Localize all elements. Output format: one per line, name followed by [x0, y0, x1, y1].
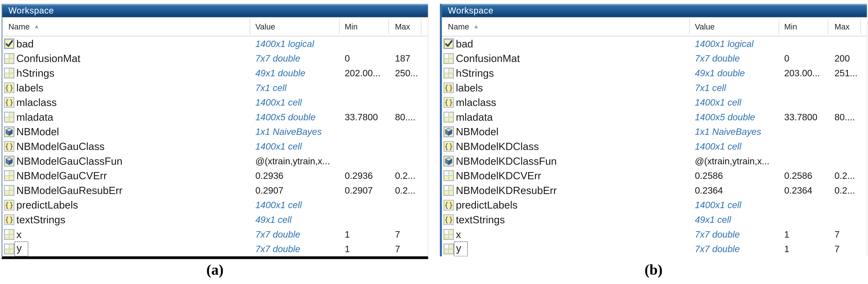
variable-value: 1400x1 cell — [695, 200, 741, 210]
workspace-variable-row[interactable]: NBModelKDResubErr0.23640.23640.2... — [442, 183, 867, 198]
column-header-row: Name▲ Value Min Max — [2, 17, 428, 36]
variable-name: NBModelGauCVErr — [17, 170, 107, 182]
workspace-variable-row[interactable]: NBModelKDCVErr0.25860.25860.2... — [442, 168, 867, 183]
object-cube-icon — [443, 155, 454, 167]
object-cube-icon — [4, 126, 14, 137]
variable-name: mlaclass — [456, 96, 496, 108]
variable-list: bad1400x1 logicalConfusionMat7x7 double0… — [2, 36, 428, 256]
workspace-variable-row[interactable]: x7x7 double17 — [2, 227, 428, 242]
object-cube-icon — [443, 126, 454, 137]
workspace-variable-row[interactable]: {}NBModelGauClass1400x1 cell — [2, 139, 428, 154]
variable-max: 0.2... — [835, 185, 855, 196]
workspace-variable-row[interactable]: hStrings49x1 double202.00...250... — [2, 66, 428, 80]
variable-max: 0.2... — [395, 170, 415, 181]
variable-min: 202.00... — [345, 68, 380, 78]
workspace-variable-row[interactable]: mladata1400x5 double33.780080.... — [2, 110, 428, 125]
workspace-variable-row[interactable]: NBModel1x1 NaiveBayes — [442, 125, 867, 139]
workspace-variable-row[interactable]: NBModelKDClassFun@(xtrain,ytrain,x... — [442, 154, 867, 169]
column-divider[interactable] — [861, 19, 861, 34]
figure-caption-b: (b) — [440, 261, 867, 278]
workspace-panel-a: Workspace Name▲ Value Min Max bad1400x1 … — [2, 4, 428, 259]
cell-array-icon: {} — [443, 214, 454, 225]
workspace-variable-row[interactable]: y7x7 double17 — [2, 242, 428, 256]
object-cube-icon — [4, 155, 14, 167]
variable-value: 1400x1 cell — [255, 97, 302, 108]
workspace-variable-row[interactable]: {}NBModelKDClass1400x1 cell — [442, 139, 867, 154]
workspace-variable-row[interactable]: {}labels7x1 cell — [2, 80, 428, 95]
workspace-variable-row[interactable]: {}mlaclass1400x1 cell — [2, 95, 428, 110]
column-divider[interactable] — [250, 19, 250, 34]
variable-name: NBModelKDCVErr — [456, 170, 541, 182]
column-header-row: Name▲ Value Min Max — [442, 17, 867, 36]
matrix-icon — [443, 228, 454, 240]
variable-value: 49x1 double — [255, 68, 305, 78]
variable-name: NBModel — [17, 126, 59, 138]
workspace-variable-row[interactable]: {}predictLabels1400x1 cell — [2, 198, 428, 213]
svg-text:{}: {} — [5, 84, 14, 92]
variable-value: 0.2936 — [255, 170, 283, 181]
column-divider[interactable] — [389, 19, 389, 34]
cell-array-icon: {} — [4, 82, 14, 94]
workspace-variable-row[interactable]: {}textStrings49x1 cell — [442, 212, 867, 227]
column-divider[interactable] — [421, 19, 421, 34]
matrix-icon — [443, 243, 454, 254]
variable-value: 7x7 double — [255, 229, 300, 240]
workspace-variable-row[interactable]: {}mlaclass1400x1 cell — [442, 95, 867, 110]
column-header-max[interactable]: Max — [395, 22, 410, 31]
variable-max: 200 — [835, 53, 850, 64]
column-divider[interactable] — [339, 19, 340, 34]
variable-value: 49x1 double — [695, 68, 745, 78]
cell-array-icon: {} — [4, 96, 14, 108]
workspace-variable-row[interactable]: NBModelGauResubErr0.29070.29070.2... — [2, 183, 428, 198]
svg-text:{}: {} — [5, 142, 14, 150]
column-divider[interactable] — [779, 19, 779, 34]
variable-min: 0 — [345, 53, 350, 64]
variable-value: 1400x1 cell — [255, 141, 302, 152]
variable-value: 0.2586 — [695, 170, 723, 181]
workspace-variable-row[interactable]: {}textStrings49x1 cell — [2, 212, 428, 227]
workspace-variable-row[interactable]: {}labels7x1 cell — [442, 80, 867, 95]
workspace-variable-row[interactable]: bad1400x1 logical — [2, 36, 428, 51]
workspace-variable-row[interactable]: NBModel1x1 NaiveBayes — [2, 125, 428, 139]
workspace-variable-row[interactable]: {}predictLabels1400x1 cell — [442, 198, 867, 213]
column-header-name[interactable]: Name▲ — [8, 22, 39, 31]
column-header-min[interactable]: Min — [345, 22, 358, 31]
variable-value: 1400x1 cell — [255, 200, 302, 210]
column-header-name[interactable]: Name▲ — [448, 22, 479, 31]
workspace-variable-row[interactable]: NBModelGauCVErr0.29360.29360.2... — [2, 168, 428, 183]
column-header-value[interactable]: Value — [255, 22, 275, 31]
matrix-icon — [443, 52, 454, 64]
workspace-title: Workspace — [448, 6, 493, 15]
column-header-value[interactable]: Value — [695, 22, 715, 31]
variable-name: textStrings — [456, 214, 505, 226]
workspace-panel-b: Workspace Name▲ Value Min Max bad1400x1 … — [440, 4, 867, 256]
workspace-variable-row[interactable]: y7x7 double17 — [442, 242, 867, 256]
column-divider[interactable] — [828, 19, 828, 34]
variable-min: 1 — [345, 244, 350, 254]
workspace-titlebar[interactable]: Workspace — [2, 4, 428, 17]
matrix-icon — [4, 170, 14, 181]
variable-name: NBModel — [456, 126, 499, 138]
workspace-variable-row[interactable]: hStrings49x1 double203.00...251... — [442, 66, 867, 80]
variable-min: 33.7800 — [345, 112, 378, 122]
variable-value: 7x1 cell — [255, 82, 286, 93]
column-divider[interactable] — [689, 19, 690, 34]
column-header-max[interactable]: Max — [835, 22, 850, 31]
variable-value: 1x1 NaiveBayes — [255, 126, 321, 137]
cell-array-icon: {} — [4, 140, 14, 152]
svg-text:{}: {} — [5, 215, 14, 224]
workspace-variable-row[interactable]: mladata1400x5 double33.780080.... — [442, 110, 867, 125]
variable-name: y — [456, 241, 468, 256]
workspace-variable-row[interactable]: ConfusionMat7x7 double0200 — [442, 51, 867, 66]
workspace-variable-row[interactable]: bad1400x1 logical — [442, 36, 867, 51]
matrix-icon — [443, 184, 454, 196]
variable-name: hStrings — [456, 67, 494, 79]
variable-name: predictLabels — [17, 199, 78, 211]
workspace-titlebar[interactable]: Workspace — [442, 4, 867, 17]
workspace-variable-row[interactable]: NBModelGauClassFun@(xtrain,ytrain,x... — [2, 154, 428, 169]
logical-checkbox-icon — [4, 38, 14, 49]
workspace-variable-row[interactable]: ConfusionMat7x7 double0187 — [2, 51, 428, 66]
workspace-title: Workspace — [8, 6, 54, 15]
workspace-variable-row[interactable]: x7x7 double17 — [442, 227, 867, 242]
column-header-min[interactable]: Min — [784, 22, 797, 31]
